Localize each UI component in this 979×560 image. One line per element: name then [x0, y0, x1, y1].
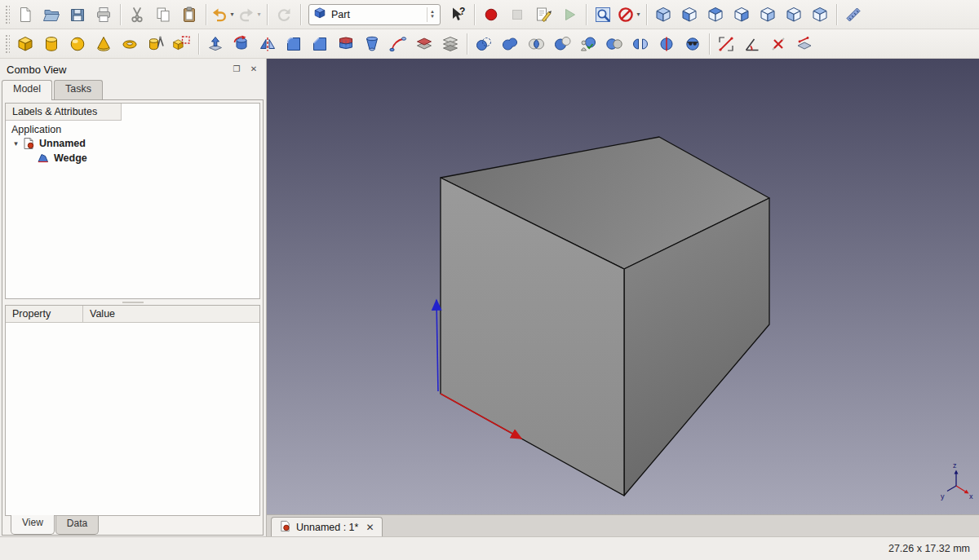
cross-sections-button[interactable]	[438, 32, 463, 56]
section-button[interactable]	[412, 32, 436, 56]
tree-item-label: Wedge	[51, 152, 87, 164]
right-view-button[interactable]	[729, 2, 754, 27]
boolean-button[interactable]	[602, 32, 627, 56]
macro-play-button[interactable]	[557, 2, 582, 27]
tree-item-wedge[interactable]: Wedge	[6, 151, 259, 165]
freecad-document-icon	[279, 520, 291, 535]
compound-button[interactable]	[472, 32, 496, 56]
fit-all-button[interactable]	[591, 2, 615, 27]
redo-button[interactable]: ▾	[237, 2, 263, 27]
macro-record-button[interactable]	[479, 2, 503, 27]
tree-item-unnamed[interactable]: ▾Unnamed	[6, 136, 259, 151]
measure-linear-button[interactable]	[714, 32, 738, 56]
sphere-button[interactable]	[65, 32, 90, 56]
workbench-selector[interactable]: Part▲▼	[308, 4, 441, 25]
draw-style-button[interactable]: ▾	[617, 2, 642, 27]
value-column-header[interactable]: Value	[83, 306, 259, 322]
tree-root-application[interactable]: Application	[6, 123, 259, 136]
check-geometry-button[interactable]	[576, 32, 600, 56]
freecad-window: ▾▾Part▲▼?▾ Combo View ❐ ✕ Model Tasks La…	[0, 0, 979, 560]
left-view-button[interactable]	[808, 2, 832, 27]
close-document-icon[interactable]: ✕	[363, 522, 374, 533]
property-table-header: Property Value	[6, 306, 259, 323]
combo-view-tabs: Model Tasks	[0, 80, 266, 99]
measure-distance-button[interactable]	[841, 2, 866, 27]
connect-button[interactable]	[628, 32, 653, 56]
paste-button[interactable]	[177, 2, 202, 27]
bottom-view-button[interactable]	[782, 2, 806, 27]
paste-icon	[180, 6, 198, 24]
undo-icon	[210, 6, 228, 24]
shape-builder-button[interactable]	[170, 32, 194, 56]
split-button[interactable]	[654, 32, 679, 56]
torus-button[interactable]	[117, 32, 142, 56]
panel-splitter[interactable]	[5, 299, 260, 305]
front-view-icon	[680, 6, 698, 24]
tab-view[interactable]: View	[11, 515, 55, 535]
float-panel-icon[interactable]: ❐	[231, 64, 242, 75]
cylinder-button[interactable]	[39, 32, 64, 56]
tab-tasks[interactable]: Tasks	[54, 80, 103, 99]
union-button[interactable]	[498, 32, 522, 56]
copy-button[interactable]	[151, 2, 175, 27]
close-panel-icon[interactable]: ✕	[248, 64, 259, 75]
save-button[interactable]	[65, 2, 90, 27]
fillet-button[interactable]	[281, 32, 306, 56]
split-icon	[658, 35, 676, 53]
revolve-button[interactable]	[229, 32, 254, 56]
rear-view-button[interactable]	[755, 2, 780, 27]
open-folder-button[interactable]	[39, 2, 64, 27]
loft-button[interactable]	[360, 32, 384, 56]
cone-button[interactable]	[91, 32, 116, 56]
axonometric-view-button[interactable]	[651, 2, 676, 27]
common-icon	[527, 35, 545, 53]
expander-icon[interactable]: ▾	[11, 139, 21, 148]
toggle-measurement-button[interactable]	[792, 32, 817, 56]
defeaturing-button[interactable]	[680, 32, 705, 56]
toolbar-drag-handle[interactable]	[5, 5, 10, 24]
whats-this-button[interactable]: ?	[445, 2, 470, 27]
macro-stop-button[interactable]	[505, 2, 529, 27]
combo-spinner-icon[interactable]: ▲▼	[427, 7, 437, 22]
bottom-view-icon	[785, 6, 803, 24]
common-button[interactable]	[524, 32, 548, 56]
dropdown-arrow-icon[interactable]: ▾	[635, 11, 642, 18]
undo-button[interactable]: ▾	[210, 2, 236, 27]
dropdown-arrow-icon[interactable]: ▾	[255, 11, 263, 18]
document-tab[interactable]: Unnamed : 1* ✕	[271, 517, 383, 536]
z-axis-label: z	[953, 461, 957, 470]
labels-attributes-header[interactable]: Labels & Attributes	[6, 104, 122, 121]
3d-viewport[interactable]: z x y	[267, 59, 979, 514]
ruled-surface-button[interactable]	[334, 32, 358, 56]
compound-icon	[475, 35, 493, 53]
dropdown-arrow-icon[interactable]: ▾	[228, 11, 236, 18]
refresh-button[interactable]	[272, 2, 296, 27]
sweep-button[interactable]	[386, 32, 410, 56]
chamfer-button[interactable]	[308, 32, 332, 56]
property-column-header[interactable]: Property	[6, 306, 83, 322]
tab-data[interactable]: Data	[55, 516, 99, 535]
box-button[interactable]	[13, 32, 38, 56]
sphere-icon	[69, 35, 86, 53]
toolbar-separator	[474, 4, 475, 25]
macro-edit-button[interactable]	[531, 2, 556, 27]
property-editor: Property Value	[5, 305, 260, 516]
macro-record-icon	[482, 6, 500, 24]
cut-boolean-button[interactable]	[550, 32, 574, 56]
revolve-icon	[233, 35, 250, 53]
primitives-button[interactable]	[144, 32, 168, 56]
cut-icon	[128, 6, 146, 24]
shape-builder-icon	[173, 35, 191, 53]
toolbar-drag-handle[interactable]	[5, 34, 10, 54]
measure-angular-button[interactable]	[740, 32, 764, 56]
front-view-button[interactable]	[677, 2, 702, 27]
clear-measurement-button[interactable]	[766, 32, 791, 56]
extrude-button[interactable]	[203, 32, 228, 56]
mirror-button[interactable]	[255, 32, 280, 56]
dimension-readout: 27.26 x 17.32 mm	[888, 543, 970, 554]
print-button[interactable]	[91, 2, 116, 27]
top-view-button[interactable]	[703, 2, 728, 27]
cut-button[interactable]	[125, 2, 149, 27]
new-document-button[interactable]	[13, 2, 38, 27]
tab-model[interactable]: Model	[2, 80, 52, 100]
